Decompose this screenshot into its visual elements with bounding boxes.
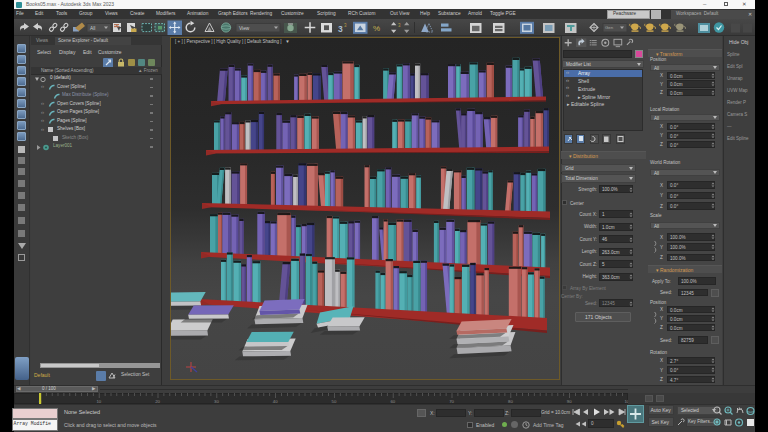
- svg-text:30: 30: [214, 399, 219, 404]
- svg-text:View: View: [239, 26, 250, 31]
- svg-text:All: All: [90, 26, 95, 31]
- svg-text:Gen: Gen: [605, 25, 614, 30]
- svg-text:90: 90: [567, 399, 572, 404]
- svg-text:3: 3: [398, 23, 401, 28]
- svg-text:3: 3: [338, 24, 343, 34]
- svg-text:80: 80: [508, 399, 513, 404]
- svg-text:40: 40: [273, 399, 278, 404]
- svg-text:60: 60: [390, 399, 395, 404]
- svg-text:50: 50: [332, 399, 337, 404]
- svg-text:70: 70: [449, 399, 454, 404]
- svg-text:10: 10: [96, 399, 101, 404]
- svg-text:3: 3: [344, 23, 347, 28]
- svg-text:20: 20: [155, 399, 160, 404]
